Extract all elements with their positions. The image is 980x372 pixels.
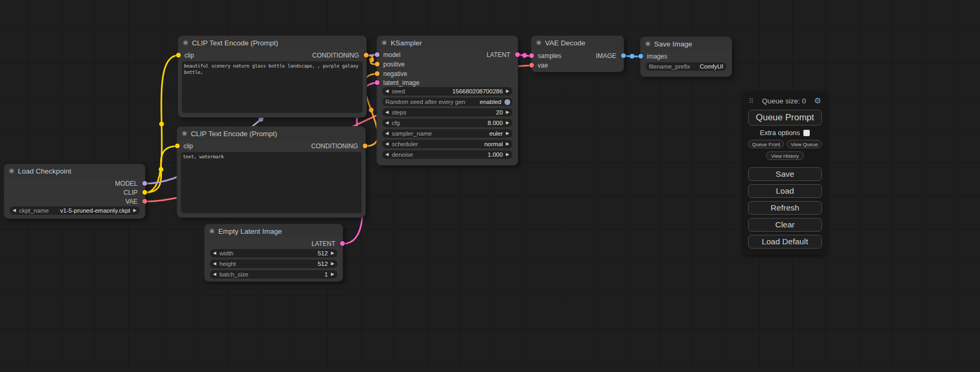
- prev-value-arrow-icon[interactable]: ◀: [385, 108, 389, 117]
- next-value-arrow-icon[interactable]: ▶: [331, 249, 334, 257]
- prev-value-arrow-icon[interactable]: ◀: [385, 87, 389, 96]
- images-input-port[interactable]: [638, 54, 643, 59]
- conditioning-output-port[interactable]: [364, 53, 368, 58]
- model-input-port[interactable]: [375, 52, 380, 57]
- image-output-port[interactable]: [621, 53, 626, 58]
- node-title-bar[interactable]: Empty Latent Image: [205, 224, 343, 238]
- node-clip-text-encode-positive[interactable]: CLIP Text Encode (Prompt) clip CONDITION…: [178, 36, 366, 117]
- next-value-arrow-icon[interactable]: ▶: [506, 140, 509, 148]
- refresh-button[interactable]: Refresh: [748, 201, 822, 215]
- denoise-widget[interactable]: ◀ denoise 1.000 ▶: [382, 150, 512, 159]
- node-title-bar[interactable]: Load Checkpoint: [4, 164, 145, 178]
- random-seed-toggle-widget[interactable]: Random seed after every gen enabled: [382, 98, 512, 106]
- next-value-arrow-icon[interactable]: ▶: [506, 108, 509, 117]
- node-empty-latent-image[interactable]: Empty Latent Image LATENT ◀ width 512 ▶ …: [205, 224, 343, 281]
- extra-options-row: Extra options: [748, 129, 822, 137]
- node-title: Save Image: [654, 40, 692, 48]
- node-collapse-dot-icon[interactable]: [209, 228, 215, 234]
- node-title-bar[interactable]: KSampler: [377, 36, 518, 50]
- height-widget[interactable]: ◀ height 512 ▶: [210, 260, 337, 268]
- node-title: KSampler: [391, 39, 422, 47]
- prev-value-arrow-icon[interactable]: ◀: [213, 249, 216, 257]
- link-midpoint-dot: [369, 108, 374, 112]
- save-button[interactable]: Save: [748, 167, 822, 181]
- widget-label: steps: [392, 109, 406, 116]
- prev-value-arrow-icon[interactable]: ◀: [13, 206, 16, 215]
- conditioning-output-port[interactable]: [363, 144, 367, 148]
- samples-input-port[interactable]: [529, 53, 534, 58]
- widget-label: seed: [392, 88, 405, 94]
- node-collapse-dot-icon[interactable]: [382, 40, 387, 45]
- node-title-bar[interactable]: Save Image: [641, 37, 732, 51]
- node-title-bar[interactable]: CLIP Text Encode (Prompt): [178, 36, 366, 50]
- scheduler-widget[interactable]: ◀ scheduler normal ▶: [382, 140, 512, 148]
- widget-label: width: [219, 250, 234, 256]
- next-value-arrow-icon[interactable]: ▶: [506, 119, 509, 127]
- drag-handle-icon[interactable]: ⠿: [749, 97, 754, 105]
- settings-gear-icon[interactable]: ⚙: [814, 96, 821, 106]
- queue-front-button[interactable]: Queue Front: [748, 140, 784, 148]
- node-collapse-dot-icon[interactable]: [9, 168, 14, 174]
- latent-output-port[interactable]: [515, 52, 520, 57]
- widget-value: 20: [410, 109, 503, 116]
- prev-value-arrow-icon[interactable]: ◀: [385, 119, 389, 127]
- view-history-button[interactable]: View History: [766, 151, 804, 160]
- queue-prompt-button[interactable]: Queue Prompt: [748, 110, 822, 126]
- view-queue-button[interactable]: View Queue: [787, 140, 822, 148]
- node-collapse-dot-icon[interactable]: [645, 41, 651, 46]
- negative-input-port[interactable]: [375, 71, 380, 76]
- load-button[interactable]: Load: [748, 184, 822, 198]
- node-load-checkpoint[interactable]: Load Checkpoint MODEL CLIP VAE ◀ ckpt_na…: [4, 164, 145, 218]
- node-collapse-dot-icon[interactable]: [183, 40, 188, 45]
- node-vae-decode[interactable]: VAE Decode samples vae IMAGE: [531, 36, 624, 72]
- cfg-widget[interactable]: ◀ cfg 8.000 ▶: [382, 119, 512, 127]
- next-value-arrow-icon[interactable]: ▶: [331, 260, 334, 268]
- seed-widget[interactable]: ◀ seed 156680208700286 ▶: [382, 87, 512, 96]
- steps-widget[interactable]: ◀ steps 20 ▶: [382, 108, 512, 117]
- clip-output-port[interactable]: [142, 190, 147, 195]
- node-ksampler[interactable]: KSampler model positive negative latent_…: [377, 36, 518, 165]
- prev-value-arrow-icon[interactable]: ◀: [385, 150, 389, 159]
- positive-input-port[interactable]: [375, 62, 380, 66]
- batch-size-widget[interactable]: ◀ batch_size 1 ▶: [210, 270, 337, 279]
- widget-label: height: [219, 261, 236, 267]
- latent-image-input-port[interactable]: [375, 80, 380, 85]
- extra-options-checkbox[interactable]: [803, 130, 810, 136]
- widget-value: 512: [239, 261, 328, 267]
- widget-value: v1-5-pruned-emaonly.ckpt: [52, 207, 130, 214]
- widget-label: Random seed after every gen: [385, 99, 465, 105]
- toggle-knob-icon[interactable]: [504, 99, 510, 105]
- model-output-port[interactable]: [142, 181, 147, 186]
- node-clip-text-encode-negative[interactable]: CLIP Text Encode (Prompt) clip CONDITION…: [177, 127, 365, 217]
- vae-input-port[interactable]: [529, 63, 534, 68]
- ckpt-name-widget[interactable]: ◀ ckpt_name v1-5-pruned-emaonly.ckpt ▶: [9, 206, 140, 215]
- prev-value-arrow-icon[interactable]: ◀: [385, 140, 389, 148]
- prompt-textarea[interactable]: beautiful scenery nature glass bottle la…: [182, 61, 363, 113]
- node-save-image[interactable]: Save Image images filename_prefix ComfyU…: [641, 37, 732, 77]
- node-title-bar[interactable]: VAE Decode: [531, 36, 624, 50]
- node-graph-canvas[interactable]: Load Checkpoint MODEL CLIP VAE ◀ ckpt_na…: [0, 0, 980, 372]
- next-value-arrow-icon[interactable]: ▶: [506, 87, 509, 96]
- input-slot-label-images: images: [647, 52, 667, 61]
- prev-value-arrow-icon[interactable]: ◀: [213, 260, 216, 268]
- width-widget[interactable]: ◀ width 512 ▶: [210, 249, 337, 257]
- node-title-bar[interactable]: CLIP Text Encode (Prompt): [177, 127, 365, 140]
- clip-input-port[interactable]: [175, 144, 180, 148]
- next-value-arrow-icon[interactable]: ▶: [133, 206, 137, 215]
- prev-value-arrow-icon[interactable]: ◀: [385, 129, 389, 138]
- next-value-arrow-icon[interactable]: ▶: [331, 270, 334, 279]
- next-value-arrow-icon[interactable]: ▶: [506, 150, 509, 159]
- latent-output-port[interactable]: [340, 241, 345, 246]
- prev-value-arrow-icon[interactable]: ◀: [213, 270, 216, 279]
- clear-button[interactable]: Clear: [748, 218, 822, 232]
- comfy-menu-panel[interactable]: ⠿ Queue size: 0 ⚙ Queue Prompt Extra opt…: [743, 92, 827, 255]
- vae-output-port[interactable]: [142, 199, 147, 204]
- clip-input-port[interactable]: [176, 53, 181, 58]
- node-collapse-dot-icon[interactable]: [536, 40, 541, 45]
- next-value-arrow-icon[interactable]: ▶: [506, 129, 509, 138]
- node-collapse-dot-icon[interactable]: [182, 131, 187, 136]
- load-default-button[interactable]: Load Default: [748, 235, 822, 249]
- filename-prefix-widget[interactable]: filename_prefix ComfyUI: [646, 62, 726, 71]
- sampler-name-widget[interactable]: ◀ sampler_name euler ▶: [382, 129, 512, 138]
- prompt-textarea[interactable]: text, watermark: [181, 152, 362, 213]
